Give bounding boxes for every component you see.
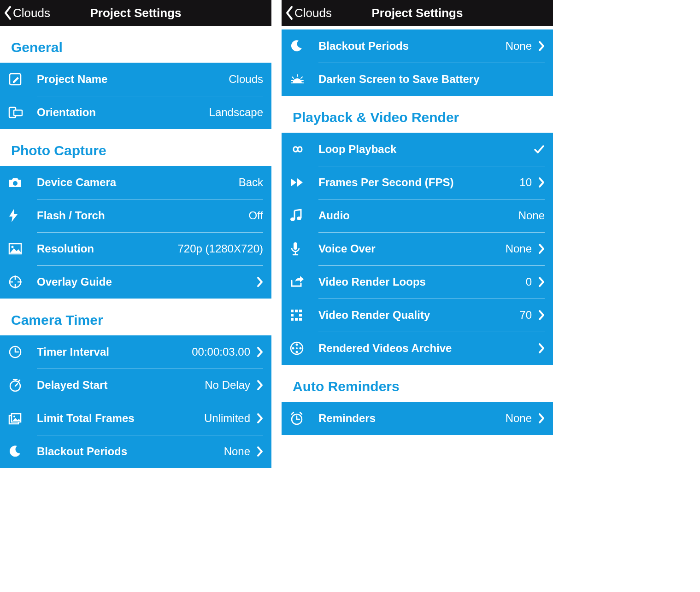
row-fps[interactable]: Frames Per Second (FPS) 10 [282, 166, 553, 199]
chevron-right-icon [538, 243, 545, 254]
svg-rect-2 [14, 110, 22, 116]
pane-right: Clouds Project Settings Blackout Periods… [282, 0, 553, 592]
chevron-right-icon [257, 346, 263, 358]
row-resolution[interactable]: Resolution 720p (1280X720) [0, 232, 271, 265]
row-value: Back [239, 176, 263, 189]
svg-rect-17 [299, 310, 302, 312]
back-label: Clouds [13, 6, 50, 20]
chevron-right-icon [257, 276, 263, 287]
row-label: Loop Playback [318, 143, 527, 156]
row-value: None [506, 40, 532, 53]
row-label: Limit Total Frames [37, 412, 199, 425]
row-label: Blackout Periods [318, 40, 500, 53]
chevron-right-icon [538, 310, 545, 321]
row-label: Delayed Start [37, 379, 199, 392]
row-reminders[interactable]: Reminders None [282, 402, 553, 435]
row-delayed-start[interactable]: Delayed Start No Delay [0, 369, 271, 402]
svg-point-25 [300, 347, 302, 350]
svg-point-3 [13, 181, 18, 186]
section-general-list: Project Name Clouds Orientation Landscap… [0, 63, 271, 129]
section-playback-list: Loop Playback Frames Per Second (FPS) 10 [282, 133, 553, 365]
row-loop-playback[interactable]: Loop Playback [282, 133, 553, 166]
section-header-camera-timer: Camera Timer [0, 299, 271, 335]
row-label: Overlay Guide [37, 275, 250, 288]
frames-icon [8, 412, 37, 425]
section-camera-timer-list: Timer Interval 00:00:03.00 Delayed Start… [0, 335, 271, 468]
row-label: Audio [318, 209, 513, 222]
row-label: Voice Over [318, 242, 500, 255]
back-label: Clouds [294, 6, 332, 20]
chevron-right-icon [538, 413, 545, 424]
row-value: 720p (1280X720) [178, 242, 263, 255]
moon-icon [8, 445, 37, 458]
chevron-right-icon [257, 380, 263, 391]
row-video-render-loops[interactable]: Video Render Loops 0 [282, 265, 553, 299]
row-device-camera[interactable]: Device Camera Back [0, 166, 271, 199]
row-rendered-archive[interactable]: Rendered Videos Archive [282, 332, 553, 365]
row-video-render-quality[interactable]: Video Render Quality 70 [282, 299, 553, 332]
svg-rect-20 [291, 318, 294, 321]
section-photo-capture-list: Device Camera Back Flash / Torch Off Res… [0, 166, 271, 299]
row-blackout-periods-a[interactable]: Blackout Periods None [0, 435, 271, 468]
row-blackout-periods[interactable]: Blackout Periods None [282, 29, 553, 63]
stopwatch-icon [8, 378, 37, 392]
alarm-icon [290, 411, 318, 425]
row-label: Orientation [37, 106, 204, 119]
row-label: Reminders [318, 412, 500, 425]
row-overlay-guide[interactable]: Overlay Guide [0, 265, 271, 299]
chevron-right-icon [538, 276, 545, 287]
section-header-playback: Playback & Video Render [282, 96, 553, 133]
orientation-icon [8, 106, 37, 119]
row-limit-frames[interactable]: Limit Total Frames Unlimited [0, 402, 271, 435]
back-button[interactable]: Clouds [282, 0, 335, 26]
flash-icon [8, 209, 37, 223]
section-camera-timer-continued: Blackout Periods None Darken Screen to S… [282, 29, 553, 96]
microphone-icon [290, 241, 318, 256]
row-audio[interactable]: Audio None [282, 199, 553, 232]
section-header-photo-capture: Photo Capture [0, 129, 271, 166]
row-voice-over[interactable]: Voice Over None [282, 232, 553, 265]
svg-point-27 [292, 347, 294, 350]
navbar: Clouds Project Settings [0, 0, 271, 26]
svg-rect-16 [295, 310, 298, 312]
chevron-right-icon [257, 446, 263, 457]
row-value: Landscape [209, 106, 263, 119]
row-value: 70 [519, 309, 532, 322]
row-label: Timer Interval [37, 346, 186, 358]
share-icon [290, 276, 318, 288]
row-value: None [224, 445, 250, 458]
row-value: None [506, 242, 532, 255]
back-button[interactable]: Clouds [0, 0, 54, 26]
row-orientation[interactable]: Orientation Landscape [0, 96, 271, 129]
checkmark-icon [534, 144, 545, 155]
edit-icon [8, 72, 37, 86]
row-value: 10 [519, 176, 532, 189]
svg-point-24 [296, 344, 298, 346]
svg-rect-15 [291, 310, 294, 312]
row-value: None [518, 209, 545, 222]
row-label: Device Camera [37, 176, 233, 189]
chevron-left-icon [4, 6, 12, 20]
chevron-left-icon [285, 6, 294, 20]
row-project-name[interactable]: Project Name Clouds [0, 63, 271, 96]
row-value: 00:00:03.00 [192, 346, 250, 358]
svg-rect-22 [299, 318, 302, 321]
row-value: Unlimited [204, 412, 250, 425]
moon-icon [290, 40, 318, 53]
row-flash[interactable]: Flash / Torch Off [0, 199, 271, 232]
sunset-icon [290, 74, 318, 85]
row-label: Flash / Torch [37, 209, 243, 222]
quality-icon [290, 309, 318, 322]
infinity-icon [290, 145, 318, 154]
row-value: 0 [526, 275, 532, 288]
svg-point-26 [296, 351, 298, 353]
row-value: Clouds [229, 73, 263, 86]
row-label: Frames Per Second (FPS) [318, 176, 514, 189]
chevron-right-icon [538, 177, 545, 188]
row-timer-interval[interactable]: Timer Interval 00:00:03.00 [0, 335, 271, 369]
svg-rect-21 [295, 318, 298, 321]
section-header-general: General [0, 26, 271, 63]
row-darken-screen[interactable]: Darken Screen to Save Battery [282, 63, 553, 96]
fast-forward-icon [290, 177, 318, 188]
music-icon [290, 209, 318, 223]
